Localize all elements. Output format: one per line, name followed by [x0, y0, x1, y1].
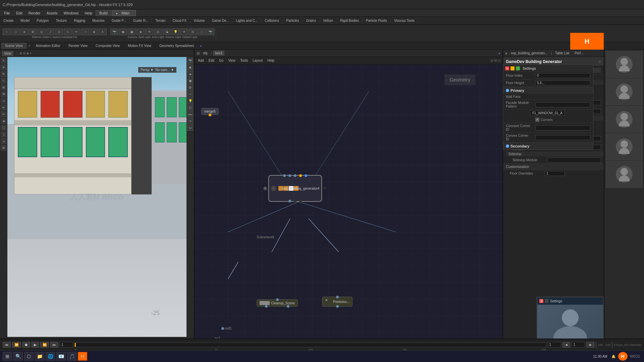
timeline-track[interactable]: 0 72 144 192 240 — [74, 343, 546, 347]
sideslop-module-input[interactable] — [547, 158, 601, 163]
nn-tool-go[interactable]: Go — [218, 58, 225, 63]
vp-tool-handle[interactable]: ⊕ — [1, 84, 7, 90]
settings-max-button[interactable] — [516, 66, 520, 70]
settings-min-button[interactable] — [511, 66, 515, 70]
taskbar-search[interactable]: 🔍 — [13, 352, 23, 361]
subtab-geospread[interactable]: Geometry Spreadsheet — [156, 43, 198, 49]
shelf-tab-polygon[interactable]: Polygon — [33, 18, 52, 23]
nn-tool-view[interactable]: View — [227, 58, 237, 63]
shelf-tab-texture[interactable]: Texture — [52, 18, 70, 23]
tool-distantlight[interactable]: ☀ — [145, 28, 153, 35]
tl-stop[interactable]: ⏹ — [22, 342, 30, 348]
tool-path[interactable]: ⌁ — [81, 28, 89, 35]
node-info-icon[interactable]: i — [271, 186, 276, 191]
facade-module-input[interactable] — [535, 102, 590, 107]
tool-skylight[interactable]: 🌤 — [163, 28, 171, 35]
floor-index-input[interactable] — [535, 73, 590, 78]
tl-current-frame[interactable] — [60, 342, 73, 348]
vp-rtool-light[interactable]: 💡 — [187, 98, 193, 104]
tl-start-set[interactable]: ◄ — [562, 342, 571, 348]
menu-render[interactable]: Render — [26, 10, 43, 16]
tl-prev-frame[interactable]: ⏪ — [12, 342, 21, 348]
vp-rtool-display[interactable]: ◉ — [187, 64, 193, 70]
vp-tool-rotate[interactable]: ↻ — [1, 71, 7, 77]
taskbar-apps-btn[interactable]: ⬡ — [24, 352, 34, 361]
vp-tool-geo[interactable]: ◈ — [1, 118, 7, 124]
vp-rtool-render[interactable]: ◈ — [187, 71, 193, 77]
tool-ambient[interactable]: ◌ — [198, 28, 206, 35]
tool-font[interactable]: A — [99, 28, 107, 35]
tool-portal[interactable]: ⊡ — [189, 28, 197, 35]
nn-tab-add[interactable]: + — [498, 51, 500, 55]
convex-id-input[interactable] — [535, 135, 590, 140]
shelf-tab-collisions[interactable]: Collisions — [261, 18, 283, 23]
tool-volumelight[interactable]: ◈ — [137, 28, 145, 35]
tool-caustic[interactable]: ✦ — [180, 28, 188, 35]
taskbar-mail[interactable]: 📧 — [56, 352, 66, 361]
vp-tool-scale[interactable]: ⤡ — [1, 78, 7, 84]
node-null1[interactable]: null1 — [221, 326, 232, 330]
nn-tool-add[interactable]: Add — [197, 58, 205, 63]
tool-null[interactable]: ◎ — [38, 28, 46, 35]
tool-drawcurve[interactable]: ✏ — [72, 28, 80, 35]
nn-tool-help[interactable]: Help — [266, 58, 276, 63]
vp-tool-hair[interactable]: ∫ — [1, 131, 7, 137]
shelf-tab-rigging[interactable]: Rigging — [70, 18, 89, 23]
vp-rtool-snap[interactable]: ⊸ — [187, 91, 193, 97]
vp-tool-uv[interactable]: ⬡ — [1, 125, 7, 131]
taskbar-houdini[interactable]: H — [78, 352, 87, 361]
tool-gllight[interactable]: 💡 — [171, 28, 179, 35]
vp-tool-frame[interactable]: ⊞ — [1, 145, 7, 151]
vp-rtool-bg[interactable]: ◰ — [187, 105, 193, 111]
vp-tool-select[interactable]: ↖ — [1, 58, 7, 64]
subtab-motionfx[interactable]: Motion FX View — [124, 43, 155, 49]
nn-tab-box1[interactable]: box1 — [213, 51, 224, 56]
video-pin-icon[interactable] — [545, 299, 549, 303]
shelf-tab-viscous[interactable]: Viscous Tools — [391, 18, 418, 23]
video-close-button[interactable]: ✕ — [539, 299, 543, 303]
vp-tool-misc[interactable]: ⬧ — [1, 138, 7, 144]
shelf-tab-muscles[interactable]: Muscles — [89, 18, 108, 23]
settings-corners-check[interactable] — [535, 118, 539, 122]
shelf-tab-terrain[interactable]: Terrain — [152, 18, 169, 23]
vp-tool-transform[interactable]: ✛ — [1, 64, 7, 70]
rp-tab-tablelist[interactable]: Table List — [553, 51, 571, 56]
node-pointcloud[interactable]: ✕ Pointclou... — [322, 297, 353, 307]
vp-rtool-shade[interactable]: ▣ — [187, 78, 193, 84]
shelf-tab-guider[interactable]: Guide R... — [130, 18, 152, 23]
prop-collapse-icon[interactable]: ⊟ — [598, 60, 601, 63]
tool-box[interactable]: □ — [11, 28, 19, 35]
shelf-tab-particles[interactable]: Particles — [283, 18, 303, 23]
tool-spotlight[interactable]: ◉ — [119, 28, 127, 35]
vp-tool-cut[interactable]: ✂ — [1, 111, 7, 117]
subtab-composite[interactable]: Composite View — [92, 43, 123, 49]
subtab-animeditor[interactable]: Animation Editor — [32, 43, 64, 49]
vp-rtool-number[interactable]: 12 — [187, 125, 193, 131]
menu-windows[interactable]: Windows — [61, 10, 82, 16]
nn-tool-edit[interactable]: Edit — [207, 58, 216, 63]
tool-tube[interactable]: ⌯ — [20, 28, 28, 35]
shelf-tab-cloudfx[interactable]: Cloud FX — [169, 18, 191, 23]
vp-rtool-abc[interactable]: abc — [187, 111, 193, 117]
tl-start-frame[interactable] — [548, 342, 561, 348]
vp-rtool-grid[interactable]: ⊞ — [187, 84, 193, 90]
tool-grid[interactable]: ⊞ — [29, 28, 37, 35]
menu-edit[interactable]: Edit — [13, 10, 25, 16]
menu-file[interactable]: File — [1, 10, 13, 16]
tool-spraypaint[interactable]: ◈ — [90, 28, 98, 35]
nn-tool-layout[interactable]: Layout — [251, 58, 264, 63]
vp-tab-view[interactable]: View — [2, 51, 13, 56]
vp-rtool-arrow[interactable]: ⇥ — [187, 118, 193, 124]
taskbar-start[interactable]: ⊞ — [3, 352, 12, 361]
tl-play[interactable]: ▶ — [32, 342, 39, 348]
subtab-renderview[interactable]: Render View — [65, 43, 91, 49]
nn-tool-tools[interactable]: Tools — [239, 58, 249, 63]
node-merge5[interactable]: merge5 — [201, 108, 219, 115]
tool-arealight[interactable]: ▦ — [128, 28, 136, 35]
rp-tab-sop[interactable]: sop_building_generato... — [509, 51, 550, 56]
taskbar-houdini-logo[interactable]: H — [618, 352, 628, 361]
rp-tab-perf[interactable]: Perf... — [573, 51, 586, 56]
vp-tool-paint[interactable]: ✏ — [1, 105, 7, 111]
subtab-add[interactable]: + — [198, 44, 203, 48]
taskbar-browser[interactable]: 🌐 — [46, 352, 55, 361]
